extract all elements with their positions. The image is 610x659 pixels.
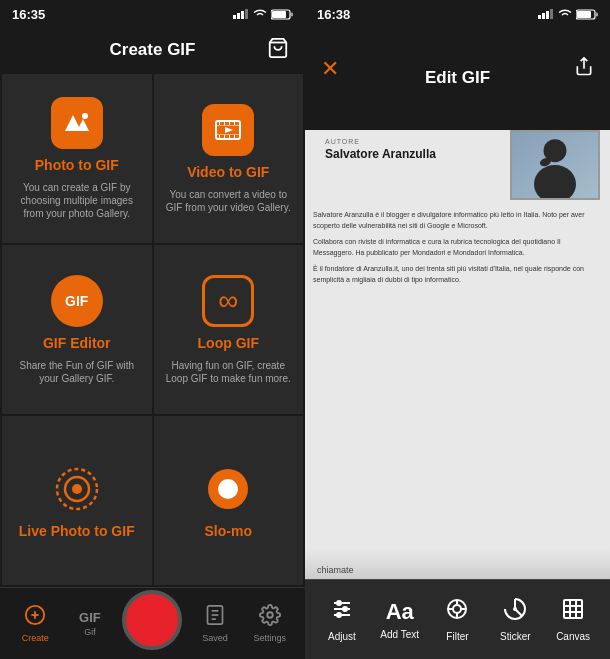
settings-icon bbox=[259, 604, 281, 631]
svg-rect-13 bbox=[216, 134, 240, 135]
filter-icon bbox=[445, 597, 469, 627]
grid-item-live-photo[interactable]: Live Photo to GIF bbox=[2, 416, 152, 585]
canvas-tool[interactable]: Canvas bbox=[548, 597, 598, 642]
svg-rect-5 bbox=[272, 11, 286, 18]
record-button[interactable] bbox=[122, 590, 182, 650]
status-bar-right: 16:38 bbox=[305, 0, 610, 28]
svg-rect-19 bbox=[224, 135, 225, 139]
live-photo-title: Live Photo to GIF bbox=[19, 523, 135, 539]
svg-rect-15 bbox=[224, 121, 225, 125]
svg-rect-12 bbox=[216, 125, 240, 126]
canvas-icon bbox=[561, 597, 585, 627]
svg-rect-14 bbox=[219, 121, 220, 125]
svg-rect-36 bbox=[538, 15, 541, 19]
svg-rect-6 bbox=[291, 12, 293, 16]
tab-create-label: Create bbox=[22, 633, 49, 643]
svg-rect-21 bbox=[234, 135, 235, 139]
left-panel: 16:35 Create GIF bbox=[0, 0, 305, 659]
signal-icon bbox=[233, 9, 249, 19]
status-icons-right bbox=[538, 9, 598, 20]
svg-rect-38 bbox=[546, 11, 549, 19]
svg-point-25 bbox=[72, 484, 82, 494]
filter-label: Filter bbox=[446, 631, 468, 642]
gif-tab-icon: GIF bbox=[79, 610, 101, 625]
video-to-gif-desc: You can convert a video to GIF from your… bbox=[162, 188, 296, 214]
grid-item-slo-mo[interactable]: Slo-mo bbox=[154, 416, 304, 585]
svg-rect-41 bbox=[577, 11, 591, 18]
svg-point-27 bbox=[218, 479, 238, 499]
grid-item-gif-editor[interactable]: GIF GIF Editor Share the Fun of GIF with… bbox=[2, 245, 152, 414]
live-photo-icon bbox=[51, 463, 103, 515]
sticker-label: Sticker bbox=[500, 631, 531, 642]
grid-item-photo-to-gif[interactable]: Photo to GIF You can create a GIF by cho… bbox=[2, 74, 152, 243]
add-text-tool[interactable]: Aa Add Text bbox=[375, 599, 425, 640]
grid-item-video-to-gif[interactable]: Video to GIF You can convert a video to … bbox=[154, 74, 304, 243]
tab-bar: Create GIF Gif Saved bbox=[0, 587, 305, 659]
right-header: ✕ Edit GIF bbox=[305, 28, 610, 100]
author-photo bbox=[510, 130, 600, 200]
grid-item-loop-gif[interactable]: ∞ Loop GIF Having fun on GIF, create Loo… bbox=[154, 245, 304, 414]
time-right: 16:38 bbox=[317, 7, 350, 22]
sticker-tool[interactable]: Sticker bbox=[490, 597, 540, 642]
adjust-tool[interactable]: Adjust bbox=[317, 597, 367, 642]
photo-to-gif-desc: You can create a GIF by choosing multipl… bbox=[10, 181, 144, 220]
loop-gif-desc: Having fun on GIF, create Loop GIF to ma… bbox=[162, 359, 296, 385]
left-header: Create GIF bbox=[0, 28, 305, 72]
film-icon bbox=[202, 104, 254, 156]
svg-point-35 bbox=[267, 612, 273, 618]
canvas-label: Canvas bbox=[556, 631, 590, 642]
svg-point-53 bbox=[343, 607, 347, 611]
mountains-icon bbox=[51, 97, 103, 149]
svg-rect-1 bbox=[237, 13, 240, 19]
svg-rect-16 bbox=[229, 121, 230, 125]
close-button[interactable]: ✕ bbox=[321, 56, 339, 82]
tab-saved[interactable]: Saved bbox=[193, 604, 237, 643]
svg-rect-0 bbox=[233, 15, 236, 19]
shopping-bag-icon[interactable] bbox=[267, 37, 289, 64]
wifi-icon bbox=[253, 9, 267, 19]
loop-gif-title: Loop GIF bbox=[198, 335, 259, 351]
svg-rect-20 bbox=[229, 135, 230, 139]
signal-icon-right bbox=[538, 9, 554, 19]
svg-rect-62 bbox=[564, 600, 582, 618]
adjust-label: Adjust bbox=[328, 631, 356, 642]
tab-gif[interactable]: GIF Gif bbox=[68, 610, 112, 637]
create-icon bbox=[24, 604, 46, 631]
time-left: 16:35 bbox=[12, 7, 45, 22]
filter-tool[interactable]: Filter bbox=[432, 597, 482, 642]
gif-creation-grid: Photo to GIF You can create a GIF by cho… bbox=[0, 72, 305, 587]
share-button[interactable] bbox=[574, 56, 594, 83]
gif-editor-title: GIF Editor bbox=[43, 335, 111, 351]
loop-icon: ∞ bbox=[202, 275, 254, 327]
svg-rect-37 bbox=[542, 13, 545, 19]
adjust-icon bbox=[330, 597, 354, 627]
article-top-bar bbox=[305, 100, 610, 130]
article-bottom-nav: chiamate bbox=[305, 549, 610, 579]
sticker-icon bbox=[503, 597, 527, 627]
tab-record[interactable] bbox=[122, 590, 182, 658]
slo-mo-icon bbox=[202, 463, 254, 515]
svg-rect-17 bbox=[234, 121, 235, 125]
status-bar-left: 16:35 bbox=[0, 0, 305, 28]
add-text-icon: Aa bbox=[386, 599, 414, 625]
tab-gif-label: Gif bbox=[84, 627, 96, 637]
article-para2: Collabora con riviste di informatica e c… bbox=[313, 237, 602, 258]
page-title-right: Edit GIF bbox=[425, 68, 490, 88]
video-to-gif-title: Video to GIF bbox=[187, 164, 269, 180]
tab-create[interactable]: Create bbox=[13, 604, 57, 643]
gif-editor-desc: Share the Fun of GIF with your Gallery G… bbox=[10, 359, 144, 385]
nav-label: chiamate bbox=[317, 565, 354, 575]
tab-saved-label: Saved bbox=[202, 633, 228, 643]
tab-settings-label: Settings bbox=[253, 633, 286, 643]
svg-rect-3 bbox=[245, 9, 248, 19]
tab-settings[interactable]: Settings bbox=[248, 604, 292, 643]
battery-icon bbox=[271, 9, 293, 20]
right-panel: 16:38 ✕ Edit GIF bbox=[305, 0, 610, 659]
svg-marker-9 bbox=[77, 119, 89, 131]
autore-label: AUTORE bbox=[325, 138, 492, 145]
author-name: Salvatore Aranzulla bbox=[325, 147, 492, 161]
wifi-icon-right bbox=[558, 9, 572, 19]
svg-point-10 bbox=[82, 113, 88, 119]
status-icons-left bbox=[233, 9, 293, 20]
svg-point-54 bbox=[337, 613, 341, 617]
